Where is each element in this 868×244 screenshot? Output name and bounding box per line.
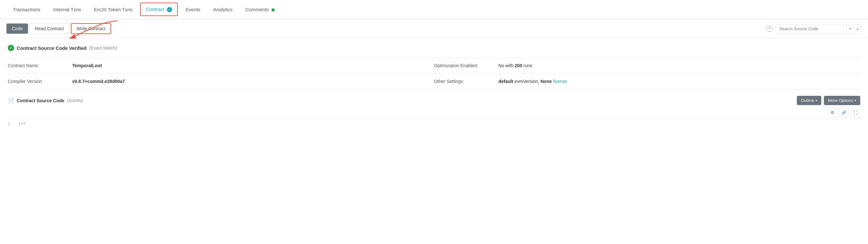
- tab-comments[interactable]: Comments: [239, 2, 281, 17]
- expand-code-button[interactable]: ⛶: [850, 108, 860, 117]
- comments-badge-icon: [272, 8, 275, 11]
- source-header: 📄 Contract Source Code (Solidity) Outlin…: [8, 96, 860, 105]
- source-code-icon: 📄: [8, 97, 14, 104]
- source-section: 📄 Contract Source Code (Solidity) Outlin…: [8, 96, 860, 126]
- source-actions: Outline ▾ More Options ▾: [797, 96, 860, 105]
- outline-chevron-icon: ▾: [815, 99, 817, 102]
- read-contract-button[interactable]: Read Contract: [29, 24, 69, 34]
- source-title: 📄 Contract Source Code (Solidity): [8, 97, 83, 104]
- contract-verified-icon: ✓: [167, 7, 172, 12]
- verified-badge: ✓ Contract Source Code Verified (Exact M…: [8, 45, 860, 51]
- more-options-button[interactable]: More Options ▾: [824, 96, 860, 105]
- verified-check-icon: ✓: [8, 45, 14, 51]
- compiler-version-label: Compiler Version: [8, 79, 72, 84]
- contract-name-label: Contract Name:: [8, 63, 72, 68]
- tab-analytics[interactable]: Analytics: [207, 2, 239, 17]
- code-action-icons: ⧉ 🔗 ⛶: [8, 108, 860, 117]
- main-content: ✓ Contract Source Code Verified (Exact M…: [0, 38, 868, 133]
- tab-erc20-token-txns[interactable]: Erc20 Token Txns: [88, 2, 139, 17]
- tab-events[interactable]: Events: [179, 2, 207, 17]
- line-number: 1: [8, 121, 14, 126]
- code-button[interactable]: Code: [6, 24, 28, 34]
- help-icon[interactable]: ?: [766, 25, 773, 32]
- code-preview: 1 /**: [8, 118, 860, 126]
- search-input[interactable]: [776, 25, 846, 33]
- other-settings-label: Other Settings:: [434, 79, 499, 84]
- compiler-version-value: v0.8.7+commit.e28d00a7: [72, 79, 125, 84]
- tab-transactions[interactable]: Transactions: [6, 2, 47, 17]
- outline-button[interactable]: Outline ▾: [797, 96, 821, 105]
- verified-label: Contract Source Code Verified: [17, 45, 87, 51]
- search-input-wrap: ▾ ▴: [775, 24, 862, 33]
- optimization-row: Optimization Enabled: No with 200 runs: [434, 58, 861, 74]
- sub-bar: Code Read Contract Write Contract ? ▾ ▴: [0, 19, 868, 38]
- search-chevron-down-icon[interactable]: ▾: [846, 25, 854, 33]
- license-link[interactable]: license: [553, 79, 567, 84]
- code-text: /**: [18, 121, 26, 126]
- source-title-text: Contract Source Code: [17, 98, 64, 103]
- other-settings-value: default evmVersion, None license: [499, 79, 567, 84]
- exact-match-label: (Exact Match): [89, 45, 117, 50]
- info-grid: Contract Name: TemporalLoot Optimization…: [8, 58, 860, 90]
- contract-name-value: TemporalLoot: [72, 63, 102, 68]
- optimization-value: No with 200 runs: [499, 63, 532, 68]
- more-options-chevron-icon: ▾: [855, 99, 856, 102]
- copy-code-button[interactable]: ⧉: [828, 108, 837, 117]
- code-line-1: 1 /**: [8, 121, 860, 126]
- link-code-button[interactable]: 🔗: [839, 108, 849, 117]
- optimization-label: Optimization Enabled:: [434, 63, 499, 68]
- tab-internal-txns[interactable]: Internal Txns: [47, 2, 87, 17]
- other-settings-row: Other Settings: default evmVersion, None…: [434, 74, 861, 90]
- search-area: ? ▾ ▴: [766, 24, 862, 33]
- contract-name-row: Contract Name: TemporalLoot: [8, 58, 434, 74]
- search-chevron-up-icon[interactable]: ▴: [854, 25, 861, 33]
- compiler-version-row: Compiler Version v0.8.7+commit.e28d00a7: [8, 74, 434, 90]
- source-subtitle: (Solidity): [67, 98, 84, 103]
- page-container: Transactions Internal Txns Erc20 Token T…: [0, 0, 868, 133]
- write-contract-button[interactable]: Write Contract: [71, 23, 111, 34]
- tab-contract[interactable]: Contract ✓: [140, 3, 178, 16]
- tab-bar: Transactions Internal Txns Erc20 Token T…: [0, 0, 868, 19]
